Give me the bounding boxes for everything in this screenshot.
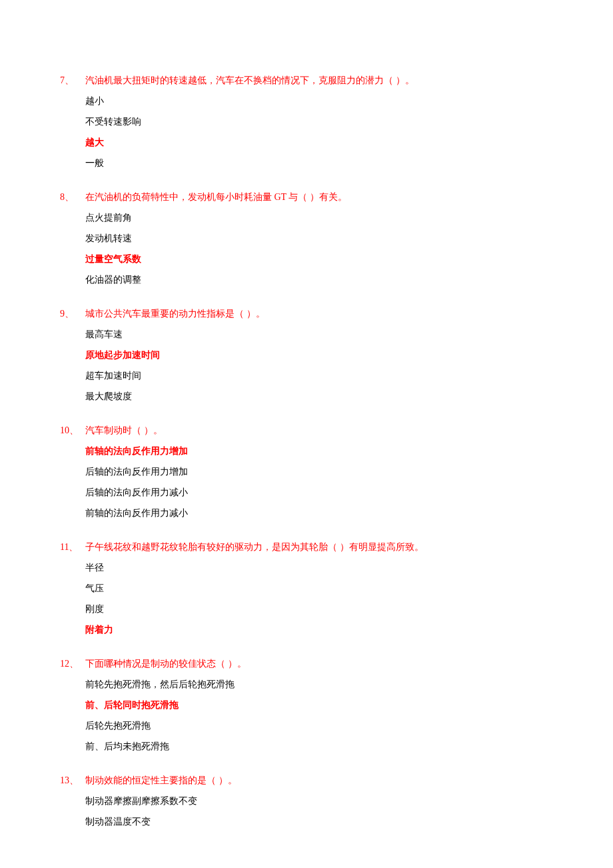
option: 后轮先抱死滑拖 [85, 719, 553, 733]
question-block: 10、汽车制动时（ ）。前轴的法向反作用力增加后轴的法向反作用力增加后轴的法向反… [60, 423, 553, 520]
options-list: 前轴的法向反作用力增加后轴的法向反作用力增加后轴的法向反作用力减小前轴的法向反作… [60, 444, 553, 520]
option: 前轴的法向反作用力减小 [85, 506, 553, 520]
question-line: 11、子午线花纹和越野花纹轮胎有较好的驱动力，是因为其轮胎（ ）有明显提高所致。 [60, 540, 553, 554]
question-line: 8、在汽油机的负荷特性中，发动机每小时耗油量 GT 与（ ）有关。 [60, 190, 553, 204]
questions-container: 7、汽油机最大扭矩时的转速越低，汽车在不换档的情况下，克服阻力的潜力（ ）。越小… [60, 73, 553, 829]
option-correct: 原地起步加速时间 [85, 348, 553, 362]
options-list: 点火提前角发动机转速过量空气系数化油器的调整 [60, 211, 553, 287]
question-text: 城市公共汽车最重要的动力性指标是（ ）。 [85, 307, 265, 321]
option: 刚度 [85, 602, 553, 616]
question-text: 制动效能的恒定性主要指的是（ ）。 [85, 773, 237, 787]
option: 发动机转速 [85, 231, 553, 245]
option: 前轮先抱死滑拖，然后后轮抱死滑拖 [85, 677, 553, 691]
question-number: 11、 [60, 540, 85, 554]
question-line: 9、城市公共汽车最重要的动力性指标是（ ）。 [60, 307, 553, 321]
option: 制动器摩擦副摩擦系数不变 [85, 794, 553, 808]
option: 不受转速影响 [85, 115, 553, 129]
options-list: 制动器摩擦副摩擦系数不变制动器温度不变 [60, 794, 553, 829]
option-correct: 过量空气系数 [85, 252, 553, 266]
option: 一般 [85, 156, 553, 170]
question-line: 13、制动效能的恒定性主要指的是（ ）。 [60, 773, 553, 787]
options-list: 越小不受转速影响越大一般 [60, 94, 553, 170]
option: 制动器温度不变 [85, 815, 553, 829]
question-text: 汽车制动时（ ）。 [85, 423, 163, 437]
option-correct: 前、后轮同时抱死滑拖 [85, 698, 553, 712]
options-list: 最高车速原地起步加速时间超车加速时间最大爬坡度 [60, 327, 553, 403]
option-correct: 越大 [85, 135, 553, 149]
question-number: 8、 [60, 190, 85, 204]
question-number: 12、 [60, 657, 85, 671]
question-text: 在汽油机的负荷特性中，发动机每小时耗油量 GT 与（ ）有关。 [85, 190, 347, 204]
question-block: 13、制动效能的恒定性主要指的是（ ）。制动器摩擦副摩擦系数不变制动器温度不变 [60, 773, 553, 829]
question-block: 12、下面哪种情况是制动的较佳状态（ ）。前轮先抱死滑拖，然后后轮抱死滑拖前、后… [60, 657, 553, 753]
options-list: 半径气压刚度附着力 [60, 561, 553, 637]
question-line: 7、汽油机最大扭矩时的转速越低，汽车在不换档的情况下，克服阻力的潜力（ ）。 [60, 73, 553, 87]
question-line: 12、下面哪种情况是制动的较佳状态（ ）。 [60, 657, 553, 671]
question-text: 子午线花纹和越野花纹轮胎有较好的驱动力，是因为其轮胎（ ）有明显提高所致。 [85, 540, 424, 554]
question-block: 11、子午线花纹和越野花纹轮胎有较好的驱动力，是因为其轮胎（ ）有明显提高所致。… [60, 540, 553, 637]
question-text: 汽油机最大扭矩时的转速越低，汽车在不换档的情况下，克服阻力的潜力（ ）。 [85, 73, 414, 87]
option: 气压 [85, 581, 553, 595]
question-number: 9、 [60, 307, 85, 321]
option-correct: 前轴的法向反作用力增加 [85, 444, 553, 458]
option: 点火提前角 [85, 211, 553, 225]
question-block: 8、在汽油机的负荷特性中，发动机每小时耗油量 GT 与（ ）有关。点火提前角发动… [60, 190, 553, 287]
options-list: 前轮先抱死滑拖，然后后轮抱死滑拖前、后轮同时抱死滑拖后轮先抱死滑拖前、后均未抱死… [60, 677, 553, 753]
question-number: 10、 [60, 423, 85, 437]
question-number: 13、 [60, 773, 85, 787]
option: 最高车速 [85, 327, 553, 341]
option: 后轴的法向反作用力减小 [85, 485, 553, 499]
question-line: 10、汽车制动时（ ）。 [60, 423, 553, 437]
question-number: 7、 [60, 73, 85, 87]
option: 超车加速时间 [85, 369, 553, 383]
option: 越小 [85, 94, 553, 108]
question-text: 下面哪种情况是制动的较佳状态（ ）。 [85, 657, 247, 671]
option: 前、后均未抱死滑拖 [85, 739, 553, 753]
option: 后轴的法向反作用力增加 [85, 465, 553, 479]
question-block: 9、城市公共汽车最重要的动力性指标是（ ）。最高车速原地起步加速时间超车加速时间… [60, 307, 553, 403]
question-block: 7、汽油机最大扭矩时的转速越低，汽车在不换档的情况下，克服阻力的潜力（ ）。越小… [60, 73, 553, 170]
option: 半径 [85, 561, 553, 575]
option-correct: 附着力 [85, 623, 553, 637]
option: 最大爬坡度 [85, 389, 553, 403]
option: 化油器的调整 [85, 273, 553, 287]
